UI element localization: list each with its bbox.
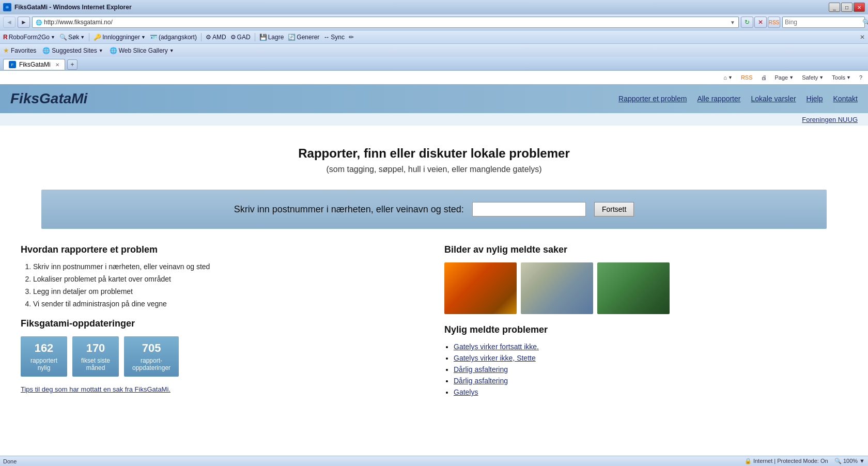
innloggninger-button[interactable]: 🔑 Innloggninger ▼ <box>94 34 146 41</box>
address-input[interactable] <box>44 19 728 26</box>
stat-rapportert-label: rapportertnylig <box>29 357 59 371</box>
web-slice-icon: 🌐 <box>110 47 117 54</box>
web-slice-button[interactable]: 🌐 Web Slice Gallery ▼ <box>110 47 174 54</box>
nav-rapporter[interactable]: Rapporter et problem <box>618 95 687 103</box>
left-column: Hvordan rapportere et problem Skriv inn … <box>21 244 424 399</box>
favorites-bar: ★ Favorites 🌐 Suggested Sites ▼ 🌐 Web Sl… <box>0 43 868 57</box>
back-button[interactable]: ◄ <box>3 17 16 28</box>
refresh-button[interactable]: ↻ <box>741 17 753 28</box>
nav-lokale[interactable]: Lokale varsler <box>751 95 796 103</box>
nav-alle[interactable]: Alle rapporter <box>697 95 740 103</box>
favorites-button[interactable]: ★ Favorites <box>3 46 36 54</box>
tools-dropdown-icon[interactable]: ▼ <box>846 75 851 80</box>
bing-search-input[interactable] <box>785 19 862 26</box>
gad-button[interactable]: ⚙ GAD <box>230 34 251 41</box>
close-button[interactable]: ✕ <box>854 3 865 12</box>
site-logo: FiksGataMi <box>10 90 87 107</box>
toolbar-divider-1 <box>89 33 89 41</box>
stop-button[interactable]: ✕ <box>754 17 767 28</box>
sok-dropdown-icon[interactable]: ▼ <box>80 35 85 40</box>
hero-section: Rapporter, finn eller diskuter lokale pr… <box>10 136 858 190</box>
stat-rapportert: 162 rapportertnylig <box>21 336 67 377</box>
problem-1-link[interactable]: Gatelys virker fortsatt ikke. <box>454 343 539 351</box>
innloggninger-dropdown-icon[interactable]: ▼ <box>141 35 146 40</box>
home-toolbar-button[interactable]: ⌂ ▼ <box>721 73 735 82</box>
nav-kontakt[interactable]: Kontakt <box>833 95 858 103</box>
tips-link[interactable]: Tips til deg som har mottatt en sak fra … <box>21 385 171 393</box>
address-dropdown-icon[interactable]: ▼ <box>730 20 735 25</box>
page-dropdown-icon[interactable]: ▼ <box>789 75 794 80</box>
print-toolbar-button[interactable]: 🖨 <box>758 73 769 82</box>
sok-button[interactable]: 🔍 Søk ▼ <box>59 34 85 41</box>
safety-toolbar-button[interactable]: Safety ▼ <box>799 73 826 82</box>
help-toolbar-button[interactable]: ? <box>857 73 865 82</box>
step-1: Skriv inn postnummer i nærheten, eller v… <box>33 262 424 271</box>
rss-toolbar-button[interactable]: RSS <box>738 73 755 82</box>
amd-icon: ⚙ <box>206 34 211 41</box>
rss-button[interactable]: RSS <box>768 17 780 28</box>
safety-dropdown-icon[interactable]: ▼ <box>819 75 824 80</box>
lagre-button[interactable]: 💾 Lagre <box>259 34 284 41</box>
step-4: Vi sender til administrasjon på dine veg… <box>33 300 424 308</box>
tab-close-button[interactable]: ✕ <box>55 62 59 68</box>
gad-icon: ⚙ <box>230 34 236 41</box>
tab-favicon: F <box>9 61 16 68</box>
suggested-sites-button[interactable]: 🌐 Suggested Sites ▼ <box>42 47 103 54</box>
stats-row: 162 rapportertnylig 170 fikset sistemåne… <box>21 336 424 377</box>
problem-5-link[interactable]: Gatelys <box>454 388 478 396</box>
problem-3: Dårlig asfaltering <box>454 365 847 374</box>
web-slice-dropdown-icon[interactable]: ▼ <box>169 48 174 53</box>
fortsett-button[interactable]: Fortsett <box>594 202 634 216</box>
title-bar: FiksGataMi - Windows Internet Explorer _… <box>0 0 868 14</box>
generer-button[interactable]: 🔄 Generer <box>288 34 319 41</box>
tools-toolbar-button[interactable]: Tools ▼ <box>829 73 854 82</box>
stat-oppdateringer-label: rapport-oppdateringer <box>132 357 171 371</box>
tab-label: FiksGataMi <box>19 61 51 68</box>
site-subheader: Foreningen NUUG <box>0 113 868 126</box>
problem-4: Dårlig asfaltering <box>454 377 847 385</box>
stat-fikset: 170 fikset sistemåned <box>72 336 119 377</box>
roboform-dropdown-icon[interactable]: ▼ <box>51 35 55 40</box>
address-bar-container: 🌐 ▼ <box>32 17 739 28</box>
card-icon: 🪪 <box>150 34 158 41</box>
rss-icon: RSS <box>741 74 753 81</box>
problem-4-link[interactable]: Dårlig asfaltering <box>454 377 508 385</box>
browser-chrome: FiksGataMi - Windows Internet Explorer _… <box>0 0 868 84</box>
sync-button[interactable]: ↔ Sync <box>323 34 345 41</box>
photo-2[interactable] <box>521 262 593 314</box>
forward-button[interactable]: ► <box>18 17 30 28</box>
search-label: Skriv inn postnummer i nærheten, eller v… <box>234 204 464 215</box>
title-bar-controls[interactable]: _ □ ✕ <box>829 3 865 12</box>
main-tab[interactable]: F FiksGataMi ✕ <box>3 59 65 70</box>
hero-subtitle: (som tagging, søppel, hull i veien, elle… <box>10 165 858 174</box>
amd-button[interactable]: ⚙ AMD <box>206 34 226 41</box>
window-title: FiksGataMi - Windows Internet Explorer <box>14 4 132 11</box>
roboform-button[interactable]: R RoboForm2Go ▼ <box>3 34 55 41</box>
photo-1[interactable] <box>444 262 517 314</box>
search-icon[interactable]: 🔍 <box>862 19 868 26</box>
toolbar-close-button[interactable]: ✕ <box>860 34 865 41</box>
problem-5: Gatelys <box>454 388 847 396</box>
problem-1: Gatelys virker fortsatt ikke. <box>454 343 847 351</box>
maximize-button[interactable]: □ <box>841 3 853 12</box>
page-toolbar-button[interactable]: Page ▼ <box>772 73 797 82</box>
suggested-dropdown-icon[interactable]: ▼ <box>99 48 103 53</box>
nuug-link[interactable]: Foreningen NUUG <box>802 116 858 123</box>
photo-3[interactable] <box>597 262 670 314</box>
stat-fikset-label: fikset sistemåned <box>81 357 111 371</box>
ie-icon <box>3 3 11 11</box>
problem-3-link[interactable]: Dårlig asfaltering <box>454 365 508 374</box>
step-3: Legg inn detaljer om problemet <box>33 287 424 296</box>
location-search-input[interactable] <box>472 202 586 216</box>
minimize-button[interactable]: _ <box>829 3 840 12</box>
problem-2-link[interactable]: Gatelys virker ikke, Stette <box>454 354 536 362</box>
howto-title: Hvordan rapportere et problem <box>21 244 424 255</box>
home-icon: ⌂ <box>723 74 727 81</box>
pencil-button[interactable]: ✏ <box>349 34 354 41</box>
adgangskort-button[interactable]: 🪪 (adgangskort) <box>150 34 197 41</box>
step-2: Lokaliser problemet på kartet over områd… <box>33 275 424 283</box>
title-bar-left: FiksGataMi - Windows Internet Explorer <box>3 3 132 11</box>
stat-rapportert-number: 162 <box>29 341 59 355</box>
nav-hjelp[interactable]: Hjelp <box>807 95 823 103</box>
new-tab-button[interactable]: + <box>67 59 78 70</box>
